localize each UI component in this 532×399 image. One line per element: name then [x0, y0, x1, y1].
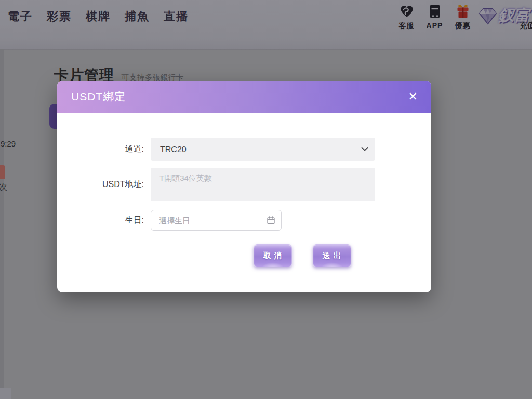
address-row: USDT地址:: [57, 168, 431, 201]
close-icon[interactable]: ✕: [408, 91, 418, 102]
modal-header: USDT綁定 ✕: [57, 81, 431, 113]
modal-button-row: 取 消 送 出: [254, 244, 431, 267]
usdt-address-label: USDT地址:: [57, 179, 151, 190]
birthday-input[interactable]: [151, 210, 282, 231]
usdt-address-input[interactable]: [151, 168, 375, 201]
modal-title: USDT綁定: [71, 89, 126, 104]
channel-select-wrap: TRC20: [151, 138, 375, 161]
channel-row: 通道: TRC20: [57, 138, 431, 161]
submit-button[interactable]: 送 出: [313, 244, 351, 267]
channel-select[interactable]: TRC20: [151, 138, 375, 161]
channel-label: 通道:: [57, 144, 151, 155]
birthday-picker: [151, 210, 282, 231]
calendar-icon: [267, 216, 275, 225]
modal-body: 通道: TRC20 USDT地址: 生日:: [57, 113, 431, 267]
usdt-binding-modal: USDT綁定 ✕ 通道: TRC20 USDT地址:: [57, 81, 431, 292]
birthday-row: 生日:: [57, 210, 431, 231]
cancel-button[interactable]: 取 消: [254, 244, 292, 267]
birthday-label: 生日:: [57, 215, 151, 226]
page: 人 電子 彩票 棋牌 捕魚 直播 客服: [0, 0, 532, 399]
